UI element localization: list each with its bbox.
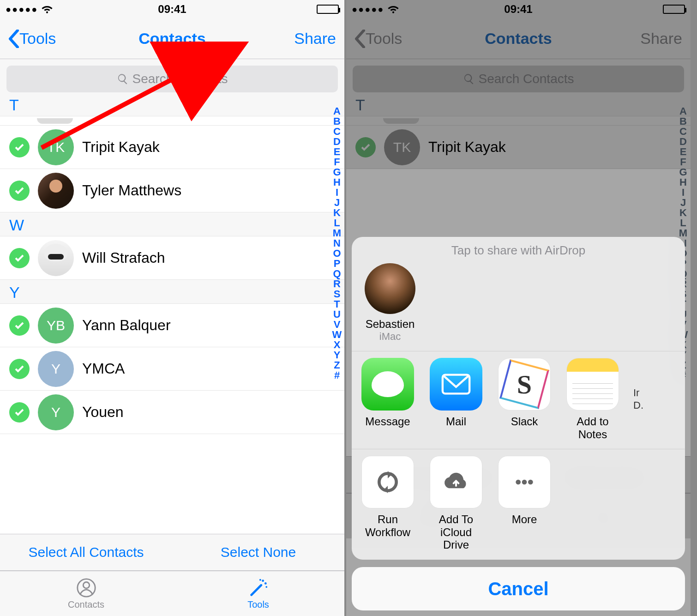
app-label: Mail bbox=[428, 415, 484, 428]
index-letter[interactable]: T bbox=[334, 299, 340, 309]
contact-row[interactable]: Y YMCA bbox=[0, 347, 344, 391]
index-letter[interactable]: U bbox=[333, 309, 341, 320]
tools-icon bbox=[248, 577, 269, 598]
back-button[interactable]: Tools bbox=[8, 30, 56, 48]
phone-right: ●●●●● 09:41 Tools Contacts Share Search … bbox=[346, 0, 692, 616]
contact-row[interactable]: Y Youen bbox=[0, 391, 344, 434]
checkmark-icon[interactable] bbox=[9, 315, 30, 336]
share-app-mail[interactable]: Mail bbox=[428, 358, 484, 441]
share-app-notes[interactable]: Add to Notes bbox=[565, 358, 620, 441]
avatar: TK bbox=[38, 129, 74, 165]
contact-row[interactable]: Tyler Matthews bbox=[0, 169, 344, 212]
index-letter[interactable]: B bbox=[333, 116, 341, 127]
avatar bbox=[38, 240, 74, 276]
app-label: Message bbox=[360, 415, 415, 428]
index-letter[interactable]: O bbox=[333, 248, 341, 259]
index-letter[interactable]: H bbox=[333, 177, 341, 187]
svg-point-4 bbox=[259, 579, 261, 581]
contact-name: Tyler Matthews bbox=[82, 182, 181, 199]
cancel-button[interactable]: Cancel bbox=[352, 567, 685, 610]
index-letter[interactable]: Q bbox=[333, 269, 341, 279]
tab-bar: Contacts Tools bbox=[0, 571, 344, 616]
airdrop-device: iMac bbox=[360, 331, 420, 343]
more-icon bbox=[498, 456, 551, 508]
tab-tools[interactable]: Tools bbox=[172, 571, 344, 616]
battery-icon bbox=[317, 5, 339, 14]
status-time: 09:41 bbox=[0, 3, 344, 16]
icloud-icon bbox=[430, 456, 482, 508]
index-letter[interactable]: D bbox=[333, 137, 341, 147]
workflow-icon bbox=[361, 456, 414, 508]
select-all-button[interactable]: Select All Contacts bbox=[0, 534, 172, 570]
tab-label: Contacts bbox=[68, 599, 104, 610]
share-action-more[interactable]: More bbox=[497, 456, 552, 551]
share-app-message[interactable]: Message bbox=[360, 358, 415, 441]
share-action-workflow[interactable]: Run Workflow bbox=[360, 456, 415, 551]
search-placeholder: Search Contacts bbox=[132, 72, 228, 86]
index-letter[interactable]: C bbox=[333, 127, 341, 137]
checkmark-icon[interactable] bbox=[9, 248, 30, 268]
checkmark-icon[interactable] bbox=[9, 359, 30, 379]
index-letter[interactable]: P bbox=[334, 259, 341, 269]
action-label: Add To iCloud Drive bbox=[428, 513, 484, 551]
contacts-icon bbox=[76, 577, 97, 598]
app-label: Slack bbox=[497, 415, 552, 428]
contact-row[interactable]: Will Strafach bbox=[0, 236, 344, 280]
alphabet-index[interactable]: ABCDEFGHIJKLMNOPQRSTUVWXYZ# bbox=[331, 106, 342, 380]
app-label: Add to Notes bbox=[565, 415, 620, 441]
index-letter[interactable]: V bbox=[334, 320, 341, 330]
message-icon bbox=[361, 358, 414, 411]
share-sheet: Tap to share with AirDrop Sebastien iMac… bbox=[352, 237, 685, 610]
checkmark-icon[interactable] bbox=[9, 181, 30, 201]
index-letter[interactable]: W bbox=[332, 330, 342, 340]
index-letter[interactable]: Z bbox=[334, 360, 340, 370]
index-letter[interactable]: X bbox=[334, 340, 341, 350]
share-button[interactable]: Share bbox=[294, 30, 336, 48]
airdrop-target[interactable]: Sebastien iMac bbox=[360, 263, 420, 343]
avatar bbox=[38, 173, 74, 209]
index-letter[interactable]: I bbox=[336, 187, 338, 198]
index-letter[interactable]: N bbox=[333, 238, 341, 248]
app-peek: Ir D. bbox=[633, 387, 644, 411]
status-bar: ●●●●● 09:41 bbox=[0, 0, 344, 18]
share-app-slack[interactable]: S Slack bbox=[497, 358, 552, 441]
index-letter[interactable]: G bbox=[333, 167, 341, 177]
index-letter[interactable]: L bbox=[334, 218, 340, 228]
tab-label: Tools bbox=[247, 599, 269, 610]
section-header-y: Y bbox=[0, 280, 344, 304]
contact-row[interactable]: TK Tripit Kayak bbox=[0, 126, 344, 169]
share-action-icloud[interactable]: Add To iCloud Drive bbox=[428, 456, 484, 551]
index-letter[interactable]: # bbox=[334, 370, 340, 380]
avatar: Y bbox=[38, 351, 74, 387]
svg-point-1 bbox=[83, 582, 89, 588]
nav-bar: Tools Contacts Share bbox=[0, 18, 344, 59]
index-letter[interactable]: S bbox=[334, 289, 341, 299]
select-none-button[interactable]: Select None bbox=[172, 534, 344, 570]
partial-row bbox=[0, 116, 344, 126]
airdrop-name: Sebastien bbox=[360, 318, 420, 331]
svg-point-12 bbox=[528, 480, 533, 485]
index-letter[interactable]: J bbox=[334, 198, 340, 208]
svg-point-11 bbox=[522, 480, 527, 485]
checkmark-icon[interactable] bbox=[9, 402, 30, 423]
contact-name: Yann Balquer bbox=[82, 317, 171, 334]
index-letter[interactable]: F bbox=[334, 157, 340, 167]
airdrop-avatar bbox=[365, 263, 415, 314]
index-letter[interactable]: M bbox=[333, 228, 341, 238]
index-letter[interactable]: R bbox=[333, 279, 341, 289]
index-letter[interactable]: K bbox=[333, 208, 341, 218]
index-letter[interactable]: A bbox=[333, 106, 341, 116]
section-header-t: T bbox=[0, 92, 344, 116]
contact-row[interactable]: YB Yann Balquer bbox=[0, 304, 344, 347]
section-header-w: W bbox=[0, 212, 344, 236]
search-icon bbox=[117, 73, 129, 85]
index-letter[interactable]: E bbox=[334, 147, 341, 157]
contact-name: YMCA bbox=[82, 360, 125, 377]
svg-point-5 bbox=[265, 586, 267, 588]
svg-point-3 bbox=[264, 582, 266, 585]
contact-name: Youen bbox=[82, 404, 124, 421]
checkmark-icon[interactable] bbox=[9, 137, 30, 157]
search-input[interactable]: Search Contacts bbox=[6, 66, 338, 92]
index-letter[interactable]: Y bbox=[334, 350, 341, 360]
tab-contacts[interactable]: Contacts bbox=[0, 571, 172, 616]
